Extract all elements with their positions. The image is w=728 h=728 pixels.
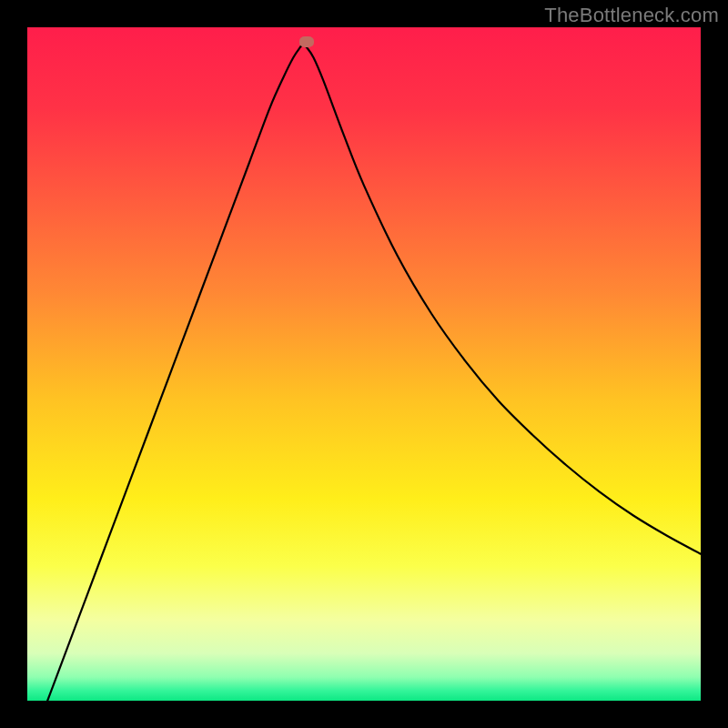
- plot-area: [27, 27, 701, 701]
- gradient-plot: [27, 27, 701, 701]
- watermark-text: TheBottleneck.com: [544, 4, 719, 27]
- optimal-point-marker: [299, 36, 314, 47]
- chart-frame: TheBottleneck.com: [0, 0, 728, 728]
- gradient-background: [27, 27, 701, 701]
